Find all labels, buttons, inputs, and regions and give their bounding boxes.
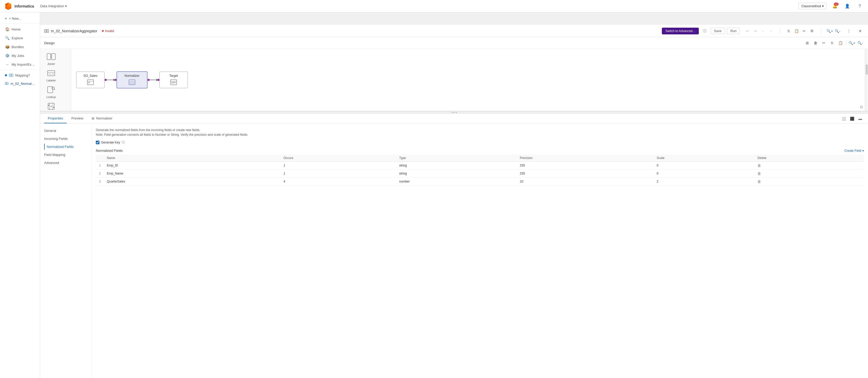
svg-rect-22 — [48, 70, 55, 76]
product-name[interactable]: Data Integration ▾ — [40, 4, 67, 8]
notifications-button[interactable]: 🔔 12 — [831, 2, 839, 10]
close-button[interactable]: ✕ — [857, 27, 864, 35]
zoom-out-design[interactable]: 🔍- — [857, 39, 864, 47]
row-occurs: 1 — [281, 170, 396, 178]
canvas-scrollbar — [865, 49, 868, 111]
col-delete: Delete — [754, 155, 864, 162]
create-field-button[interactable]: Create Field ▾ — [844, 149, 864, 152]
source-icon — [87, 79, 94, 86]
layout-split-button[interactable]: ⬛ — [848, 115, 856, 122]
copy-button[interactable]: ⎘ — [785, 27, 792, 35]
paste-button[interactable]: 📋 — [793, 27, 800, 35]
mapping-header-icon — [44, 29, 49, 33]
generate-key-checkbox[interactable] — [96, 141, 99, 144]
collapse-button[interactable]: ⊡ — [860, 105, 863, 109]
classmethod-dropdown[interactable]: Classmethod ▾ — [799, 3, 827, 9]
generate-key-row: Generate Key ⓘ — [96, 140, 864, 145]
undo-redo-toolbar: ↩ ↪ ← → — [744, 27, 774, 35]
chevron-down-icon: ▾ — [862, 149, 864, 152]
redo-button[interactable]: ↪ — [752, 27, 759, 35]
jobs-icon: ⚙️ — [5, 53, 9, 58]
zoom-out-button[interactable]: 🔍- — [834, 27, 841, 35]
sidebar-item-mapping7[interactable]: Mapping7 — [0, 71, 40, 79]
delete-row-1-button[interactable]: 🗑 — [757, 164, 761, 168]
run-button[interactable]: Run — [727, 28, 740, 34]
save-button[interactable]: Save — [711, 28, 725, 34]
svg-point-33 — [51, 106, 52, 107]
design-toolbar: ⊞ 🗑 ✂ ⎘ 📋 🔍+ 🔍- — [804, 39, 864, 47]
cut-button[interactable]: ✂ — [801, 27, 808, 35]
toolbar-separator — [780, 28, 780, 34]
delete-design-button[interactable]: 🗑 — [812, 39, 819, 47]
section-normalized-fields[interactable]: Normalized Fields — [44, 144, 87, 150]
invalid-icon: ✖ — [101, 29, 104, 33]
labeler-transform[interactable]: Labeler — [42, 67, 60, 83]
row-scale: 0 — [654, 170, 754, 178]
paste-design-button[interactable]: 📋 — [837, 39, 844, 47]
sidebar-item-jobs[interactable]: ⚙️ My Jobs — [0, 51, 40, 60]
normalizer-node[interactable]: Normalizer — [117, 71, 148, 88]
user-button[interactable]: 👤 — [843, 2, 851, 10]
layout-single-button[interactable]: ⬜ — [840, 115, 847, 122]
switch-advanced-button[interactable]: Switch to Advanced... — [662, 28, 699, 34]
col-scale: Scale — [654, 155, 754, 162]
so-sales-node[interactable]: SO_Sales — [76, 71, 104, 88]
mapplet-transform[interactable]: Mapplet — [42, 100, 60, 111]
sidebar-item-home[interactable]: 🏠 Home — [0, 25, 40, 34]
properties-main: Generate the normalized fields from the … — [92, 124, 868, 378]
sidebar-item-explore[interactable]: 🔍 Explore — [0, 34, 40, 42]
mapping-title: m_02_NormalizerAggregator — [51, 29, 97, 33]
panel-layout-icons: ⬜ ⬛ ▬ — [840, 115, 864, 122]
info-icon[interactable]: ⓘ — [703, 29, 707, 33]
forward-button[interactable]: → — [767, 27, 774, 35]
tab-preview[interactable]: Preview — [68, 114, 87, 123]
section-field-mapping[interactable]: Field Mapping — [44, 152, 87, 158]
row-type: string — [396, 162, 517, 170]
copy-design-button[interactable]: ⎘ — [829, 39, 836, 47]
tab-normalizer[interactable]: ⊞ Normalizer — [88, 114, 116, 123]
grid-view-button[interactable]: ⊞ — [804, 39, 811, 47]
normalizer-tab-icon: ⊞ — [92, 117, 94, 120]
back-button[interactable]: ← — [760, 27, 767, 35]
sidebar-divider-2 — [0, 70, 40, 70]
joiner-transform[interactable]: Joiner — [42, 51, 60, 66]
section-general[interactable]: General — [44, 128, 87, 134]
svg-point-16 — [47, 30, 48, 31]
svg-rect-50 — [171, 83, 175, 84]
section-advanced[interactable]: Advanced — [44, 160, 87, 166]
delete-row-3-button[interactable]: 🗑 — [757, 179, 761, 183]
row-scale: 0 — [654, 162, 754, 170]
section-incoming-fields[interactable]: Incoming Fields — [44, 136, 87, 142]
zoom-in-button[interactable]: 🔍+ — [826, 27, 833, 35]
undo-button[interactable]: ↩ — [744, 27, 751, 35]
help-button[interactable]: ? — [856, 2, 864, 10]
transforms-panel: Joiner Labeler Lookup — [40, 49, 71, 111]
layout-full-button[interactable]: ▬ — [857, 115, 864, 122]
duplicate-button[interactable]: ⧉ — [808, 27, 815, 35]
tab-properties[interactable]: Properties — [44, 114, 67, 123]
cut-design-button[interactable]: ✂ — [820, 39, 828, 47]
sidebar-item-m02normalizer[interactable]: m_02_Normalizer... — [0, 79, 40, 88]
notification-badge: 12 — [834, 3, 839, 6]
normalizer-flow-icon — [128, 79, 135, 86]
delete-row-2-button[interactable]: 🗑 — [757, 171, 761, 176]
flow-canvas: SO_Sales Normalizer — [71, 49, 865, 111]
table-header-row: Name Occurs Type Precision Scale Delete — [96, 155, 864, 162]
generate-key-info-icon[interactable]: ⓘ — [122, 140, 125, 145]
sidebar-item-bundles[interactable]: 📦 Bundles — [0, 42, 40, 51]
lookup-transform[interactable]: Lookup — [42, 84, 60, 99]
app-name: Informatica — [14, 4, 34, 8]
sidebar-item-import-export[interactable]: ↔️ My Import/Export... — [0, 60, 40, 69]
drag-handle[interactable] — [40, 111, 868, 114]
more-options-button[interactable]: ⋮ — [845, 27, 852, 35]
labeler-label: Labeler — [46, 79, 56, 82]
informatica-logo-icon — [4, 2, 12, 10]
header-actions: Save Run — [711, 28, 740, 34]
connector-2 — [148, 79, 159, 81]
sidebar-new[interactable]: + + New... — [0, 14, 40, 23]
svg-rect-18 — [52, 54, 55, 60]
zoom-in-design[interactable]: 🔍+ — [848, 39, 856, 47]
row-occurs: 4 — [281, 178, 396, 186]
design-header: Design ⊞ 🗑 ✂ ⎘ 📋 🔍+ 🔍- — [40, 37, 868, 49]
target-node[interactable]: Target — [159, 71, 188, 88]
